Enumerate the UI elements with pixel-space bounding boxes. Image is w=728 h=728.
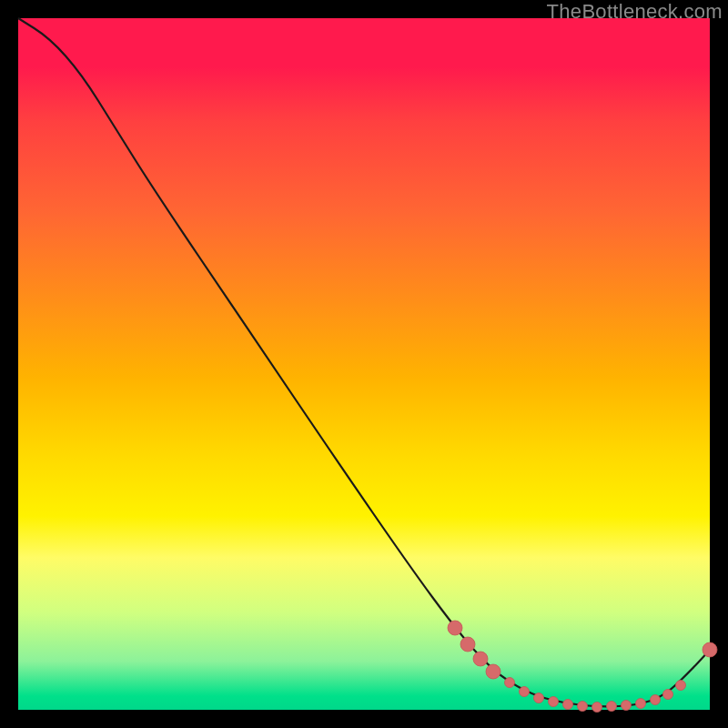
curve-line [18, 18, 710, 706]
data-point [578, 702, 588, 712]
data-point [622, 701, 632, 711]
data-point [549, 697, 559, 707]
data-point [676, 681, 686, 691]
data-point [473, 652, 488, 666]
data-point [563, 700, 573, 710]
chart-svg [18, 18, 710, 710]
data-point [703, 642, 717, 657]
data-point [534, 693, 544, 703]
data-point [460, 637, 475, 652]
markers-large [448, 621, 717, 679]
data-point [592, 703, 602, 713]
data-point [636, 699, 646, 709]
data-point [663, 690, 673, 700]
data-point [448, 621, 462, 635]
data-point [651, 695, 661, 705]
data-point [486, 664, 500, 679]
data-point [607, 702, 617, 712]
watermark-text: TheBottleneck.com [547, 0, 723, 24]
data-point [505, 678, 515, 688]
markers-small [505, 678, 686, 713]
data-point [520, 687, 530, 697]
chart-frame: TheBottleneck.com [0, 0, 728, 728]
